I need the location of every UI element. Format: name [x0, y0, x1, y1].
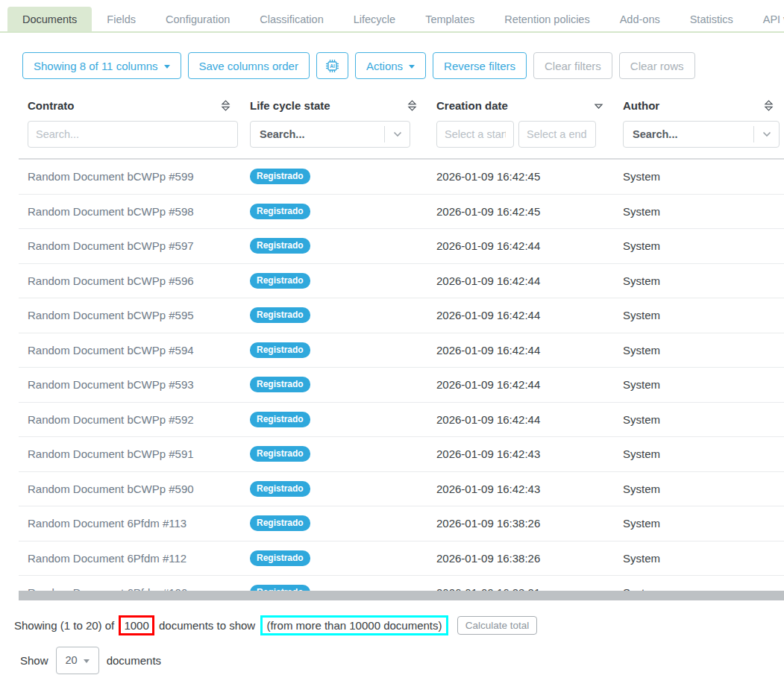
column-header-author: Author — [614, 95, 784, 115]
contrato-search-input[interactable] — [28, 121, 238, 148]
author-cell: System — [614, 344, 784, 357]
table-toolbar: Showing 8 of 11 columns Save columns ord… — [22, 52, 784, 79]
sort-both-icon[interactable] — [764, 100, 774, 111]
status-badge: Registrado — [250, 307, 310, 323]
status-badge: Registrado — [250, 481, 310, 497]
table-row[interactable]: Random Document bCWPp #590 Registrado 20… — [19, 472, 784, 507]
column-label: Author — [623, 99, 659, 112]
author-cell: System — [614, 170, 784, 183]
document-name[interactable]: Random Document bCWPp #591 — [19, 448, 241, 460]
sort-both-icon[interactable] — [407, 100, 417, 111]
document-name[interactable]: Random Document bCWPp #590 — [19, 483, 241, 495]
table-row[interactable]: Random Document bCWPp #591 Registrado 20… — [19, 437, 784, 472]
creation-date-cell: 2026-01-09 16:42:45 — [427, 205, 614, 218]
status-badge: Registrado — [250, 273, 310, 289]
status-badge: Registrado — [250, 550, 310, 566]
author-cell: System — [614, 274, 784, 287]
status-badge: Registrado — [250, 204, 310, 219]
creation-date-cell: 2026-01-09 16:38:26 — [427, 552, 614, 565]
table-row[interactable]: Random Document bCWPp #599 Registrado 20… — [19, 160, 784, 195]
tab-lifecycle[interactable]: Lifecycle — [339, 7, 410, 31]
life-cycle-state-cell: Registrado — [241, 307, 427, 323]
table-row[interactable]: Random Document bCWPp #593 Registrado 20… — [19, 368, 784, 403]
table-row[interactable]: Random Document bCWPp #595 Registrado 20… — [19, 298, 784, 333]
caret-down-icon — [409, 65, 415, 69]
tab-classification[interactable]: Classification — [245, 7, 338, 31]
chevron-down-icon — [385, 131, 410, 137]
ai-chip-button[interactable]: AI — [316, 52, 348, 79]
creation-date-cell: 2026-01-09 16:42:44 — [427, 378, 614, 391]
table-row[interactable]: Random Document bCWPp #597 Registrado 20… — [19, 229, 784, 264]
life-cycle-state-cell: Registrado — [241, 273, 427, 289]
tab-add-ons[interactable]: Add-ons — [605, 7, 675, 31]
tab-documents[interactable]: Documents — [7, 7, 92, 31]
table-row[interactable]: Random Document 6Pfdm #112 Registrado 20… — [19, 541, 784, 577]
table-row[interactable]: Random Document bCWPp #594 Registrado 20… — [19, 333, 784, 368]
select-placeholder: Search... — [260, 128, 384, 140]
table-row[interactable]: Random Document 6Pfdm #113 Registrado 20… — [19, 506, 784, 541]
document-name[interactable]: Random Document bCWPp #592 — [19, 413, 241, 426]
showing-columns-button[interactable]: Showing 8 of 11 columns — [22, 52, 181, 79]
document-name[interactable]: Random Document bCWPp #595 — [19, 309, 241, 321]
tab-api-v1-label: API v1 — [763, 13, 784, 25]
life-cycle-state-cell: Registrado — [241, 204, 427, 219]
life-cycle-state-cell: Registrado — [241, 412, 427, 427]
reverse-filters-button[interactable]: Reverse filters — [433, 52, 527, 79]
document-name[interactable]: Random Document bCWPp #598 — [19, 205, 241, 218]
documents-label: documents — [107, 654, 161, 667]
table-row[interactable]: Random Document bCWPp #596 Registrado 20… — [19, 264, 784, 299]
caret-down-icon — [84, 659, 90, 663]
life-cycle-state-cell: Registrado — [241, 342, 427, 358]
sort-both-icon[interactable] — [221, 100, 231, 111]
document-name[interactable]: Random Document bCWPp #596 — [19, 274, 241, 287]
tab-templates[interactable]: Templates — [410, 7, 489, 31]
author-select[interactable]: Search... — [623, 121, 780, 148]
document-name[interactable]: Random Document bCWPp #599 — [19, 170, 241, 183]
document-name[interactable]: Random Document bCWPp #593 — [19, 378, 241, 391]
horizontal-scrollbar[interactable] — [19, 591, 784, 600]
clear-filters-label: Clear filters — [545, 60, 601, 72]
top-tab-bar: Documents Fields Configuration Classific… — [0, 0, 784, 33]
actions-label: Actions — [366, 60, 403, 72]
author-cell: System — [614, 483, 784, 495]
select-placeholder: Search... — [633, 128, 753, 140]
document-name[interactable]: Random Document bCWPp #597 — [19, 239, 241, 252]
page-size-value: 20 — [66, 654, 78, 666]
tab-configuration[interactable]: Configuration — [151, 7, 245, 31]
status-badge: Registrado — [250, 412, 310, 427]
tab-retention-policies[interactable]: Retention policies — [489, 7, 604, 31]
page-size-dropdown[interactable]: 20 — [56, 647, 99, 674]
life-cycle-state-cell: Registrado — [241, 238, 427, 254]
sort-descending-icon[interactable] — [594, 100, 603, 111]
document-name[interactable]: Random Document 6Pfdm #113 — [19, 517, 241, 530]
save-columns-order-button[interactable]: Save columns order — [188, 52, 310, 79]
table-row[interactable]: Random Document bCWPp #598 Registrado 20… — [19, 195, 784, 230]
table-body: Random Document bCWPp #599 Registrado 20… — [19, 158, 784, 603]
status-badge: Registrado — [250, 377, 310, 392]
calculate-total-button[interactable]: Calculate total — [457, 616, 538, 635]
page-size-control: Show 20 documents — [20, 647, 784, 674]
creation-date-cell: 2026-01-09 16:42:44 — [427, 274, 614, 287]
clear-rows-label: Clear rows — [630, 60, 684, 72]
table-row[interactable]: Random Document bCWPp #592 Registrado 20… — [19, 403, 784, 438]
life-cycle-state-select[interactable]: Search... — [250, 121, 410, 148]
document-name[interactable]: Random Document bCWPp #594 — [19, 344, 241, 357]
actions-button[interactable]: Actions — [355, 52, 426, 79]
creation-date-end-input[interactable] — [518, 121, 596, 148]
chevron-down-icon — [754, 131, 779, 137]
life-cycle-state-cell: Registrado — [241, 377, 427, 392]
ai-chip-icon: AI — [325, 59, 339, 73]
tab-statistics[interactable]: Statistics — [675, 7, 748, 31]
life-cycle-state-cell: Registrado — [241, 169, 427, 184]
clear-rows-button[interactable]: Clear rows — [619, 52, 695, 79]
document-name[interactable]: Random Document 6Pfdm #112 — [19, 552, 241, 565]
creation-date-cell: 2026-01-09 16:42:44 — [427, 239, 614, 252]
tab-api-v1[interactable]: API v1 NEW — [748, 6, 784, 31]
showing-columns-label: Showing 8 of 11 columns — [34, 60, 158, 72]
status-badge: Registrado — [250, 238, 310, 254]
status-badge: Registrado — [250, 446, 310, 462]
author-cell: System — [614, 239, 784, 252]
tab-fields[interactable]: Fields — [92, 7, 151, 31]
clear-filters-button[interactable]: Clear filters — [533, 52, 612, 79]
creation-date-start-input[interactable] — [436, 121, 514, 148]
